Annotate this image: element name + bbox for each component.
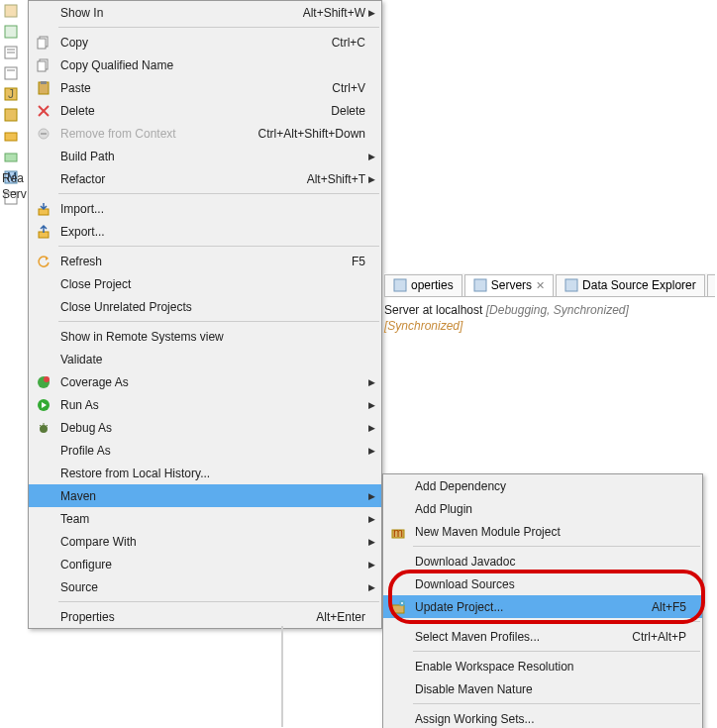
run-icon bbox=[33, 396, 54, 414]
menu-item-label: Export... bbox=[60, 225, 365, 239]
toolbar-icon-3[interactable] bbox=[2, 44, 20, 61]
blank-icon bbox=[387, 680, 409, 698]
maven-icon: m bbox=[387, 523, 409, 541]
blank-icon bbox=[387, 553, 409, 571]
menu-item-select-maven-profiles[interactable]: Select Maven Profiles...Ctrl+Alt+P bbox=[383, 625, 702, 648]
menu-item-assign-working-sets[interactable]: Assign Working Sets... bbox=[383, 707, 702, 728]
menu-item-copy[interactable]: CopyCtrl+C bbox=[29, 31, 381, 53]
menu-item-close-project[interactable]: Close Project bbox=[29, 272, 381, 295]
menu-item-configure[interactable]: Configure▶ bbox=[29, 553, 381, 575]
blank-icon bbox=[33, 578, 54, 596]
blank-icon bbox=[33, 608, 54, 626]
delete-icon bbox=[33, 102, 54, 120]
tree-fragment: Rea Serv bbox=[2, 171, 27, 203]
menu-item-import[interactable]: Import... bbox=[29, 197, 381, 220]
menu-item-label: Source bbox=[60, 580, 365, 594]
submenu-arrow-icon: ▶ bbox=[365, 446, 375, 456]
menu-item-download-javadoc[interactable]: Download Javadoc bbox=[383, 550, 702, 572]
servers-icon bbox=[473, 278, 487, 292]
menu-item-label: Properties bbox=[60, 610, 306, 624]
menu-item-team[interactable]: Team▶ bbox=[29, 507, 381, 530]
toolbar-icon-1[interactable] bbox=[2, 2, 20, 20]
menu-item-refactor[interactable]: RefactorAlt+Shift+T▶ bbox=[29, 167, 381, 190]
menu-item-label: Add Dependency bbox=[415, 479, 686, 493]
tab-servers[interactable]: Servers✕ bbox=[464, 274, 554, 296]
menu-separator bbox=[58, 193, 379, 194]
remove-icon bbox=[33, 125, 54, 143]
svg-rect-5 bbox=[5, 67, 17, 79]
import-icon bbox=[33, 200, 54, 218]
menu-item-remove-from-context[interactable]: Remove from ContextCtrl+Alt+Shift+Down bbox=[29, 122, 381, 145]
submenu-arrow-icon: ▶ bbox=[365, 423, 375, 433]
menu-item-add-plugin[interactable]: Add Plugin bbox=[383, 497, 702, 520]
menu-item-source[interactable]: Source▶ bbox=[29, 575, 381, 598]
menu-separator bbox=[58, 601, 379, 602]
toolbar-icon-5[interactable]: J bbox=[2, 85, 20, 103]
tab-data-source-explorer[interactable]: Data Source Explorer bbox=[556, 274, 705, 296]
submenu-arrow-icon: ▶ bbox=[365, 582, 375, 592]
maven-submenu: Add DependencyAdd PluginmNew Maven Modul… bbox=[382, 473, 703, 728]
menu-item-new-maven-module-project[interactable]: mNew Maven Module Project bbox=[383, 520, 702, 543]
menu-item-export[interactable]: Export... bbox=[29, 220, 381, 243]
menu-item-maven[interactable]: Maven▶ bbox=[29, 484, 381, 507]
menu-item-compare-with[interactable]: Compare With▶ bbox=[29, 530, 381, 553]
menu-item-run-as[interactable]: Run As▶ bbox=[29, 393, 381, 416]
menu-item-coverage-as[interactable]: Coverage As▶ bbox=[29, 370, 381, 393]
menu-item-build-path[interactable]: Build Path▶ bbox=[29, 145, 381, 167]
menu-item-label: Restore from Local History... bbox=[60, 467, 365, 480]
menu-item-download-sources[interactable]: Download Sources bbox=[383, 572, 702, 595]
menu-item-shortcut: Alt+Enter bbox=[316, 610, 365, 624]
menu-item-enable-workspace-resolution[interactable]: Enable Workspace Resolution bbox=[383, 655, 702, 677]
close-icon[interactable]: ✕ bbox=[536, 279, 545, 292]
submenu-arrow-icon: ▶ bbox=[365, 537, 375, 547]
menu-item-restore-from-local-history[interactable]: Restore from Local History... bbox=[29, 462, 381, 484]
menu-item-show-in-remote-systems-view[interactable]: Show in Remote Systems view bbox=[29, 325, 381, 348]
menu-item-label: Close Unrelated Projects bbox=[60, 300, 365, 314]
toolbar-icon-7[interactable] bbox=[2, 127, 20, 145]
svg-rect-9 bbox=[5, 109, 17, 121]
menu-item-paste[interactable]: PasteCtrl+V bbox=[29, 76, 381, 99]
tab-operties[interactable]: operties bbox=[384, 274, 462, 296]
menu-item-label: Copy bbox=[60, 36, 322, 50]
tree-item[interactable]: Serv bbox=[2, 187, 27, 201]
menu-item-shortcut: Alt+Shift+W bbox=[303, 6, 365, 20]
tree-item[interactable]: Rea bbox=[2, 171, 27, 185]
menu-item-validate[interactable]: Validate bbox=[29, 348, 381, 370]
menu-separator bbox=[413, 621, 700, 622]
coverage-icon bbox=[33, 373, 54, 391]
svg-rect-36 bbox=[392, 605, 404, 613]
blank-icon bbox=[33, 533, 54, 551]
menu-item-update-project[interactable]: Update Project...Alt+F5 bbox=[383, 595, 702, 618]
menu-item-label: Build Path bbox=[60, 150, 365, 163]
server-entry[interactable]: [Synchronized] bbox=[384, 319, 715, 333]
menu-item-shortcut: Delete bbox=[331, 104, 365, 118]
submenu-arrow-icon: ▶ bbox=[365, 174, 375, 184]
server-status: [Synchronized] bbox=[384, 319, 462, 333]
toolbar-icon-6[interactable] bbox=[2, 106, 20, 124]
menu-item-refresh[interactable]: RefreshF5 bbox=[29, 250, 381, 272]
server-entry[interactable]: Server at localhost [Debugging, Synchron… bbox=[384, 303, 715, 317]
toolbar-icon-4[interactable] bbox=[2, 64, 20, 82]
menu-item-properties[interactable]: PropertiesAlt+Enter bbox=[29, 605, 381, 628]
svg-text:m: m bbox=[393, 526, 403, 540]
menu-item-delete[interactable]: DeleteDelete bbox=[29, 99, 381, 122]
divider bbox=[281, 626, 283, 727]
menu-item-debug-as[interactable]: Debug As▶ bbox=[29, 416, 381, 439]
tabs-bar: opertiesServers✕Data Source ExplorerSnip… bbox=[384, 273, 715, 297]
menu-item-show-in[interactable]: Show InAlt+Shift+W▶ bbox=[29, 1, 381, 24]
toolbar-icon-2[interactable] bbox=[2, 23, 20, 41]
tab-snippet[interactable]: Snippet bbox=[707, 274, 715, 296]
blank-icon bbox=[387, 500, 409, 518]
blank-icon bbox=[33, 465, 54, 482]
update-icon bbox=[387, 598, 409, 616]
menu-item-close-unrelated-projects[interactable]: Close Unrelated Projects bbox=[29, 295, 381, 318]
menu-item-profile-as[interactable]: Profile As▶ bbox=[29, 439, 381, 462]
menu-item-shortcut: Ctrl+V bbox=[332, 81, 365, 95]
toolbar-icon-8[interactable] bbox=[2, 148, 20, 165]
menu-item-label: Run As bbox=[60, 398, 365, 412]
menu-separator bbox=[413, 546, 700, 547]
submenu-arrow-icon: ▶ bbox=[365, 514, 375, 524]
menu-item-disable-maven-nature[interactable]: Disable Maven Nature bbox=[383, 677, 702, 700]
menu-item-add-dependency[interactable]: Add Dependency bbox=[383, 474, 702, 497]
menu-item-copy-qualified-name[interactable]: Copy Qualified Name bbox=[29, 53, 381, 76]
